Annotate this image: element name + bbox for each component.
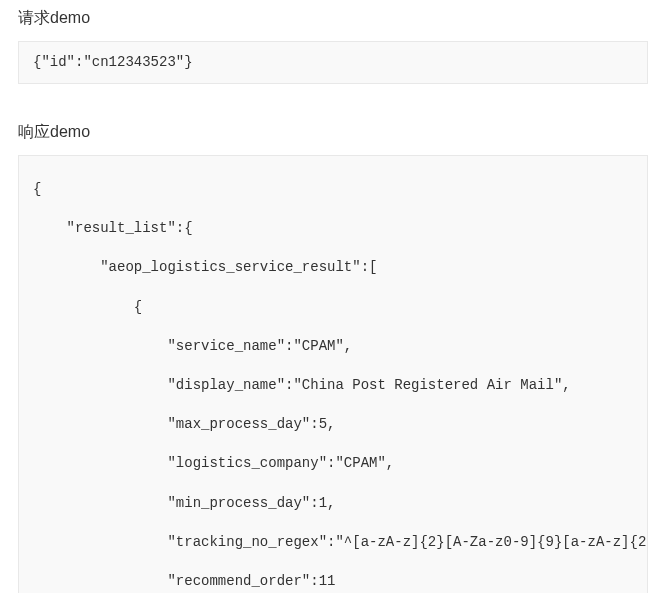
request-demo-heading: 请求demo xyxy=(0,0,648,41)
request-demo-code: {"id":"cn12343523"} xyxy=(18,41,648,84)
section-spacer xyxy=(0,84,648,114)
response-demo-code: { "result_list":{ "aeop_logistics_servic… xyxy=(18,155,648,593)
response-demo-heading: 响应demo xyxy=(0,114,648,155)
